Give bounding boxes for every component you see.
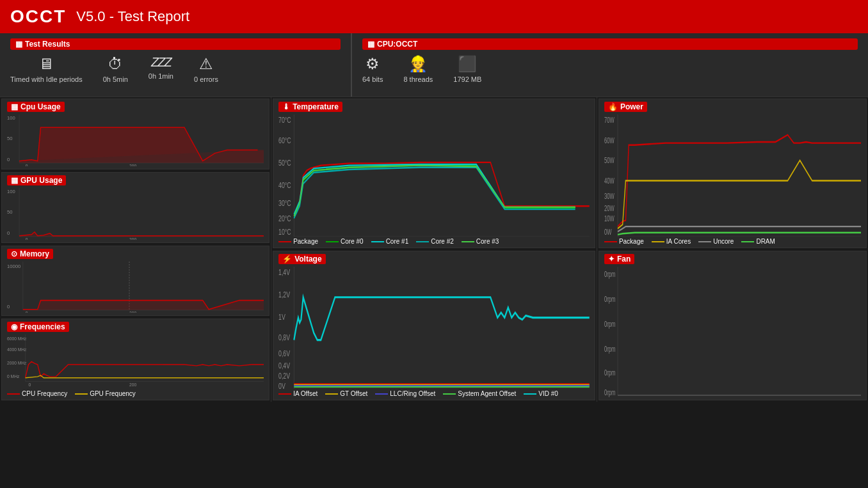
idle-label: 0h 1min: [149, 72, 173, 80]
svg-text:50: 50: [7, 136, 13, 141]
info-item-bits: ⚙ 64 bits: [362, 55, 383, 83]
errors-label: 0 errors: [194, 75, 218, 83]
power-title: 🔥 Power: [604, 102, 861, 112]
vid0-dot: [524, 393, 536, 395]
cpu-occt-icon: ▦: [367, 40, 374, 49]
voltage-legend: IA Offset GT Offset LLC/Ring Offset Syst…: [278, 390, 590, 397]
svg-text:0V: 0V: [278, 382, 285, 390]
cpu-occt-section: ▦ CPU:OCCT ⚙ 64 bits 👷 8 threads ⬛ 1792 …: [352, 33, 868, 97]
voltage-icon: ⚡: [282, 255, 292, 264]
temperature-legend: Package Core #0 Core #1 Core #2 Core #3: [278, 238, 590, 245]
info-item-errors: ⚠ 0 errors: [194, 55, 218, 83]
charts-area: ▦ Cpu Usage 100 50 0 0 200: [0, 97, 868, 402]
svg-text:0: 0: [7, 303, 10, 309]
core2-temp-dot: [416, 241, 429, 242]
threads-icon: 👷: [408, 55, 428, 73]
svg-text:10W: 10W: [604, 214, 615, 223]
legend-system-agent-offset: System Agent Offset: [443, 390, 516, 397]
svg-text:10°C: 10°C: [278, 227, 291, 236]
svg-text:0,8V: 0,8V: [278, 333, 291, 342]
svg-text:0rpm: 0rpm: [604, 270, 615, 278]
frequencies-chart: 6000 MHz 4000 MHz 2000 MHz 0 MHz 0 200: [7, 335, 264, 389]
temperature-icon: 🌡: [282, 102, 290, 111]
memory-chart: 10000 0 0 200: [7, 262, 264, 313]
svg-text:0,4V: 0,4V: [278, 361, 291, 370]
power-panel: 🔥 Power 70W 60W 50W 40W 30W 20W 10W 0W 0: [599, 98, 867, 248]
temperature-title: 🌡 Temperature: [278, 102, 590, 112]
svg-text:60W: 60W: [604, 135, 615, 145]
info-item-duration: ⏱ 0h 5min: [103, 55, 128, 83]
svg-text:0,2V: 0,2V: [278, 372, 291, 381]
svg-text:0rpm: 0rpm: [604, 368, 615, 377]
legend-cpu-freq: CPU Frequency: [7, 390, 67, 397]
memory-badge: ⊙ Memory: [7, 249, 53, 259]
svg-text:30°C: 30°C: [278, 199, 291, 208]
memory-title: ⊙ Memory: [7, 249, 264, 259]
duration-label: 0h 5min: [103, 75, 128, 83]
svg-text:200: 200: [129, 237, 136, 240]
voltage-panel: ⚡ Voltage 1,4V 1,2V 1V 0,8V 0,6V 0,4V 0,…: [273, 251, 595, 400]
svg-text:6000 MHz: 6000 MHz: [7, 337, 27, 342]
cpu-usage-badge: ▦ Cpu Usage: [7, 102, 65, 112]
legend-core2-temp: Core #2: [416, 238, 454, 245]
legend-uncore-power: Uncore: [698, 238, 734, 245]
fan-icon: ✦: [608, 255, 615, 264]
svg-text:4000 MHz: 4000 MHz: [7, 348, 27, 352]
cpu-occt-items: ⚙ 64 bits 👷 8 threads ⬛ 1792 MB: [362, 55, 858, 83]
svg-text:1,2V: 1,2V: [278, 290, 291, 299]
frequencies-legend: CPU Frequency GPU Frequency: [7, 390, 264, 397]
gpu-usage-title: ▦ GPU Usage: [7, 175, 264, 185]
svg-text:60°C: 60°C: [278, 136, 291, 145]
legend-package-temp: Package: [278, 238, 318, 245]
fan-panel: ✦ Fan 0rpm 0rpm 0rpm 0rpm 0rpm 0rpm -0.5…: [599, 251, 867, 400]
gpu-usage-badge: ▦ GPU Usage: [7, 175, 66, 185]
svg-text:0W: 0W: [604, 227, 612, 237]
temperature-badge: 🌡 Temperature: [278, 102, 342, 112]
legend-dram-power: DRAM: [741, 238, 775, 245]
svg-text:40W: 40W: [604, 176, 615, 185]
frequencies-panel: ◉ Frequencies 6000 MHz 4000 MHz 2000 MHz…: [1, 319, 269, 400]
cpu-usage-icon: ▦: [11, 102, 18, 111]
llc-offset-dot: [375, 393, 388, 395]
frequencies-badge: ◉ Frequencies: [7, 322, 69, 332]
memory-label: 1792 MB: [453, 75, 481, 83]
bits-label: 64 bits: [362, 75, 383, 83]
voltage-title: ⚡ Voltage: [278, 254, 590, 264]
svg-marker-23: [23, 300, 264, 310]
col-right: 🔥 Power 70W 60W 50W 40W 30W 20W 10W 0W 0: [597, 97, 868, 402]
svg-text:200: 200: [129, 164, 136, 166]
legend-ia-cores-power: IA Cores: [652, 238, 691, 245]
svg-text:2000 MHz: 2000 MHz: [7, 361, 27, 366]
header: OCCT V5.0 - Test Report: [0, 0, 868, 33]
svg-text:0: 0: [26, 164, 28, 166]
gt-offset-dot: [325, 393, 338, 395]
fan-title: ✦ Fan: [604, 254, 861, 264]
cpu-usage-panel: ▦ Cpu Usage 100 50 0 0 200: [1, 98, 269, 169]
mode-icon: 🖥: [38, 55, 54, 73]
svg-text:30W: 30W: [604, 191, 615, 201]
fan-badge: ✦ Fan: [604, 254, 634, 264]
legend-core3-temp: Core #3: [462, 238, 499, 245]
svg-text:20°C: 20°C: [278, 214, 291, 223]
legend-gpu-freq: GPU Frequency: [75, 390, 136, 397]
cpu-usage-title: ▦ Cpu Usage: [7, 102, 264, 112]
svg-text:0: 0: [28, 382, 31, 387]
frequencies-icon: ◉: [11, 322, 17, 331]
svg-text:200: 200: [129, 310, 136, 313]
svg-marker-7: [19, 127, 264, 163]
fan-chart: 0rpm 0rpm 0rpm 0rpm 0rpm 0rpm -0.5 0 0.5: [604, 267, 861, 397]
temperature-chart: 70°C 60°C 50°C 40°C 30°C 20°C 10°C 0 200: [278, 114, 590, 237]
system-agent-offset-dot: [443, 393, 456, 395]
threads-label: 8 threads: [403, 75, 433, 83]
memory-icon: ⊙: [11, 249, 17, 258]
svg-text:100: 100: [7, 115, 15, 121]
power-badge: 🔥 Power: [604, 102, 647, 112]
core1-temp-dot: [371, 241, 384, 242]
legend-gt-offset: GT Offset: [325, 390, 367, 397]
memory-panel: ⊙ Memory 10000 0 0 200: [1, 246, 269, 317]
svg-text:20W: 20W: [604, 203, 615, 213]
power-icon: 🔥: [608, 102, 618, 111]
svg-text:0: 0: [26, 237, 28, 240]
svg-text:0,6V: 0,6V: [278, 349, 291, 358]
svg-text:70°C: 70°C: [278, 115, 291, 124]
